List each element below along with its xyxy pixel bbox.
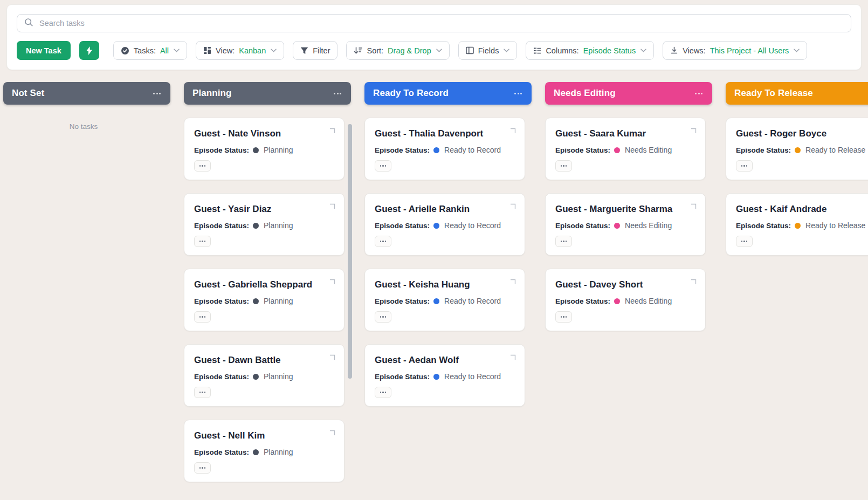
task-card[interactable]: Guest - Dawn Battle Episode Status: Plan… (184, 344, 345, 407)
status-field-label: Episode Status: (194, 222, 249, 230)
card-status-row: Episode Status: Planning (194, 146, 334, 154)
status-field-label: Episode Status: (555, 146, 610, 154)
new-task-button[interactable]: New Task (17, 41, 71, 60)
task-card[interactable]: Guest - Roger Boyce Episode Status: Read… (726, 118, 868, 180)
status-dot (433, 223, 439, 229)
expand-card-icon[interactable] (690, 203, 697, 210)
task-card[interactable]: Guest - Thalia Davenport Episode Status:… (364, 118, 525, 180)
column-header[interactable]: Needs Editing (545, 82, 712, 105)
sort-icon (354, 46, 362, 54)
search-box[interactable] (17, 14, 851, 32)
card-title: Guest - Roger Boyce (736, 128, 868, 139)
chevron-down-icon (436, 49, 442, 52)
task-card[interactable]: Guest - Aedan Wolf Episode Status: Ready… (364, 344, 525, 407)
card-menu-button[interactable] (375, 160, 391, 172)
columns-label: Columns: (546, 46, 578, 55)
tasks-filter-dropdown[interactable]: Tasks: All (113, 41, 187, 60)
card-menu-button[interactable] (555, 311, 572, 323)
card-title: Guest - Kaif Andrade (736, 204, 868, 215)
search-input[interactable] (39, 19, 844, 28)
task-card[interactable]: Guest - Nell Kim Episode Status: Plannin… (184, 420, 345, 482)
status-value: Ready to Release (805, 146, 865, 154)
task-card[interactable]: Guest - Kaif Andrade Episode Status: Rea… (726, 193, 868, 256)
status-value: Planning (264, 146, 293, 154)
task-card[interactable]: Guest - Saara Kumar Episode Status: Need… (545, 118, 706, 180)
fields-label: Fields (478, 46, 499, 55)
status-dot (614, 298, 620, 304)
expand-card-icon[interactable] (509, 127, 516, 134)
card-menu-button[interactable] (194, 387, 211, 398)
status-value: Ready to Record (444, 372, 501, 381)
status-dot (433, 374, 439, 380)
badge-check-icon (121, 46, 129, 55)
card-menu-button[interactable] (375, 236, 391, 247)
kanban-column: Ready To Release Guest - Roger Boyce Epi… (726, 82, 868, 256)
task-card[interactable]: Guest - Arielle Rankin Episode Status: R… (364, 193, 525, 256)
expand-card-icon[interactable] (329, 278, 336, 285)
card-menu-button[interactable] (555, 160, 572, 172)
column-header[interactable]: Not Set (3, 82, 170, 105)
column-title: Planning (192, 88, 232, 99)
card-menu-button[interactable] (736, 160, 753, 172)
column-menu-button[interactable] (153, 93, 161, 94)
views-dropdown[interactable]: Views: This Project - All Users (663, 41, 807, 60)
column-header[interactable]: Ready To Release (726, 82, 868, 105)
card-menu-button[interactable] (194, 311, 211, 323)
status-field-label: Episode Status: (555, 222, 610, 230)
expand-card-icon[interactable] (329, 203, 336, 210)
task-card[interactable]: Guest - Gabriella Sheppard Episode Statu… (184, 269, 345, 331)
chevron-down-icon (174, 49, 180, 52)
card-status-row: Episode Status: Needs Editing (555, 221, 695, 230)
status-dot (253, 374, 259, 380)
card-title: Guest - Yasir Diaz (194, 204, 334, 215)
card-menu-button[interactable] (194, 462, 211, 474)
filter-button[interactable]: Filter (293, 41, 337, 60)
card-menu-button[interactable] (555, 236, 572, 247)
status-value: Needs Editing (625, 146, 672, 154)
expand-card-icon[interactable] (329, 127, 336, 134)
card-menu-button[interactable] (375, 311, 391, 323)
kanban-board: Not Set No tasks Planning Guest - Nate V… (0, 70, 868, 482)
views-value: This Project - All Users (710, 46, 789, 55)
expand-card-icon[interactable] (690, 127, 697, 134)
card-title: Guest - Gabriella Sheppard (194, 279, 334, 290)
filter-label: Filter (313, 46, 330, 55)
kanban-column: Not Set No tasks (3, 82, 170, 131)
expand-card-icon[interactable] (329, 354, 336, 361)
column-menu-button[interactable] (514, 93, 522, 94)
automation-button[interactable] (79, 41, 99, 60)
column-scrollbar[interactable] (348, 124, 352, 379)
column-title: Needs Editing (554, 88, 616, 99)
column-menu-button[interactable] (695, 93, 702, 94)
column-header[interactable]: Planning (184, 82, 351, 105)
column-header[interactable]: Ready To Record (364, 82, 532, 105)
expand-card-icon[interactable] (690, 278, 697, 285)
kanban-column: Planning Guest - Nate Vinson Episode Sta… (184, 82, 351, 482)
status-dot (253, 298, 259, 304)
fields-dropdown[interactable]: Fields (458, 41, 518, 60)
toolbar-panel: New Task Tasks: All (6, 4, 862, 70)
column-card-list: Guest - Nate Vinson Episode Status: Plan… (184, 105, 351, 482)
card-menu-button[interactable] (194, 160, 211, 172)
columns-dropdown[interactable]: Columns: Episode Status (526, 41, 654, 60)
column-menu-button[interactable] (334, 93, 341, 94)
sort-dropdown[interactable]: Sort: Drag & Drop (346, 41, 449, 60)
expand-card-icon[interactable] (509, 278, 516, 285)
card-menu-button[interactable] (375, 387, 391, 398)
expand-card-icon[interactable] (329, 429, 336, 436)
task-card[interactable]: Guest - Davey Short Episode Status: Need… (545, 269, 706, 331)
view-dropdown[interactable]: View: Kanban (196, 41, 284, 60)
task-card[interactable]: Guest - Keisha Huang Episode Status: Rea… (364, 269, 525, 331)
task-card[interactable]: Guest - Marguerite Sharma Episode Status… (545, 193, 706, 256)
expand-card-icon[interactable] (509, 354, 516, 361)
card-menu-button[interactable] (194, 236, 211, 247)
status-field-label: Episode Status: (736, 146, 791, 154)
card-menu-button[interactable] (736, 236, 753, 247)
card-status-row: Episode Status: Ready to Record (375, 221, 515, 230)
expand-card-icon[interactable] (509, 203, 516, 210)
card-title: Guest - Saara Kumar (555, 128, 695, 139)
status-value: Needs Editing (625, 297, 672, 305)
task-card[interactable]: Guest - Yasir Diaz Episode Status: Plann… (184, 193, 345, 256)
chevron-down-icon (504, 49, 509, 52)
task-card[interactable]: Guest - Nate Vinson Episode Status: Plan… (184, 118, 345, 180)
